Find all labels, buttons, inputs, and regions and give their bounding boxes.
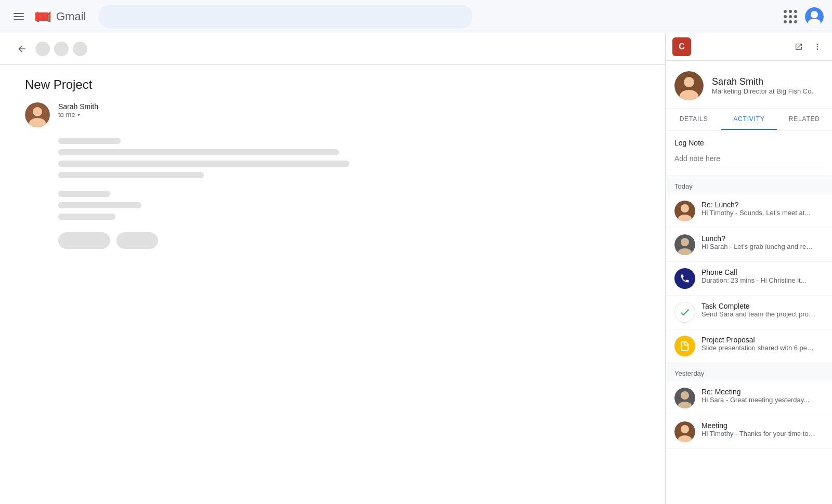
body-btn-skeleton-2 xyxy=(116,232,158,249)
activity-preview-relunch: Hi Timothy - Sounds. Let's meet at... xyxy=(701,209,810,217)
activity-avatar-meeting xyxy=(674,421,695,442)
body-skeleton-7 xyxy=(58,214,115,220)
svg-point-18 xyxy=(681,204,689,213)
activity-title-lunch: Lunch? xyxy=(701,234,816,243)
svg-point-13 xyxy=(817,48,818,50)
activity-title-meeting: Meeting xyxy=(701,421,816,430)
activity-title-task: Task Complete xyxy=(701,302,816,310)
chevron-down-icon: ▾ xyxy=(77,112,80,117)
svg-point-24 xyxy=(681,391,689,400)
menu-icon[interactable] xyxy=(8,6,29,27)
activity-avatar-task xyxy=(674,302,695,323)
contact-section: Sarah Smith Marketing Director at Big Fi… xyxy=(666,61,832,109)
log-note-section: Log Note xyxy=(666,130,832,176)
user-avatar-topbar[interactable] xyxy=(805,7,824,26)
back-button[interactable] xyxy=(12,39,31,58)
panel-tabs: DETAILS ACTIVITY RELATED xyxy=(666,109,832,130)
email-toolbar xyxy=(0,33,665,65)
sender-to[interactable]: to me ▾ xyxy=(58,111,98,118)
svg-point-27 xyxy=(681,425,689,433)
svg-point-21 xyxy=(681,238,689,246)
activity-item-remeeting[interactable]: Re: Meeting Hi Sara - Great meeting yest… xyxy=(666,381,832,415)
search-bar[interactable] xyxy=(98,5,473,29)
activity-text-meeting: Meeting Hi Timothy - Thanks for your tim… xyxy=(701,421,816,437)
activity-preview-phone: Duration: 23 mins - Hi Christine it... xyxy=(701,276,807,284)
svg-point-11 xyxy=(817,44,818,45)
activity-item-phonecall[interactable]: Phone Call Duration: 23 mins - Hi Christ… xyxy=(666,262,832,296)
gmail-logo: Gmail xyxy=(33,8,86,25)
activity-item-task[interactable]: Task Complete Send Sara and team the pro… xyxy=(666,296,832,329)
activity-avatar-remeeting xyxy=(674,388,695,408)
crm-app-icon[interactable]: C xyxy=(672,37,691,56)
contact-avatar xyxy=(674,71,704,100)
activity-preview-task: Send Sara and team the project prop... xyxy=(701,310,816,318)
activity-text-task: Task Complete Send Sara and team the pro… xyxy=(701,302,816,318)
activity-date-today: Today xyxy=(666,176,832,194)
tab-activity[interactable]: ACTIVITY xyxy=(721,109,776,130)
action-skeleton-2 xyxy=(54,42,69,56)
sender-info: Sarah Smith to me ▾ xyxy=(58,102,98,118)
body-skeleton-3 xyxy=(58,161,349,167)
activity-title-relunch: Re: Lunch? xyxy=(701,201,810,209)
contact-title: Marketing Director at Big Fish Co. xyxy=(712,87,813,95)
log-note-label: Log Note xyxy=(674,139,824,147)
activity-avatar-lunch xyxy=(674,234,695,255)
contact-name: Sarah Smith xyxy=(712,76,813,87)
more-options-icon[interactable] xyxy=(809,38,826,55)
body-skeleton-1 xyxy=(58,138,121,144)
sender-avatar xyxy=(25,102,50,127)
activity-preview-lunch: Hi Sarah - Let's grab lunchg and revi... xyxy=(701,243,816,250)
body-btn-skeleton-1 xyxy=(58,232,110,249)
activity-avatar-doc xyxy=(674,336,695,356)
topbar: Gmail xyxy=(0,0,832,33)
tab-related[interactable]: RELATED xyxy=(777,109,832,130)
main-area: New Project Sarah Smith to me ▾ xyxy=(0,33,832,504)
svg-rect-2 xyxy=(14,19,24,20)
email-subject: New Project xyxy=(25,77,640,92)
activity-text-remeeting: Re: Meeting Hi Sara - Great meeting yest… xyxy=(701,388,809,404)
svg-point-9 xyxy=(33,107,42,116)
activity-section: Today Re: Lunch? Hi Timothy - Sounds. Le… xyxy=(666,176,832,449)
svg-point-6 xyxy=(811,11,818,18)
email-header: Sarah Smith to me ▾ xyxy=(25,102,640,127)
email-content: New Project Sarah Smith to me ▾ xyxy=(0,65,665,261)
activity-item-relunch[interactable]: Re: Lunch? Hi Timothy - Sounds. Let's me… xyxy=(666,194,832,228)
activity-text-relunch: Re: Lunch? Hi Timothy - Sounds. Let's me… xyxy=(701,201,810,217)
email-body xyxy=(58,138,640,249)
activity-preview-remeeting: Hi Sara - Great meeting yesterday... xyxy=(701,396,809,404)
body-buttons xyxy=(58,232,640,249)
open-external-icon[interactable] xyxy=(790,38,807,55)
action-skeleton-3 xyxy=(73,42,87,56)
email-area: New Project Sarah Smith to me ▾ xyxy=(0,33,666,504)
body-skeleton-6 xyxy=(58,202,141,208)
activity-title-proposal: Project Proposal xyxy=(701,336,816,344)
side-panel: C Sarah Smith Marketing Director at Big … xyxy=(666,33,832,504)
sender-name: Sarah Smith xyxy=(58,102,98,111)
apps-grid-icon[interactable] xyxy=(780,6,801,27)
body-skeleton-2 xyxy=(58,149,339,155)
activity-item-lunch[interactable]: Lunch? Hi Sarah - Let's grab lunchg and … xyxy=(666,228,832,262)
activity-preview-proposal: Slide presentation shared with 6 people xyxy=(701,344,816,352)
activity-avatar-relunch xyxy=(674,201,695,221)
contact-info: Sarah Smith Marketing Director at Big Fi… xyxy=(712,76,813,95)
svg-rect-0 xyxy=(14,13,24,14)
svg-point-15 xyxy=(684,77,694,87)
activity-item-proposal[interactable]: Project Proposal Slide presentation shar… xyxy=(666,329,832,363)
panel-header-icons: C xyxy=(666,33,832,61)
activity-item-meeting[interactable]: Meeting Hi Timothy - Thanks for your tim… xyxy=(666,415,832,449)
activity-text-lunch: Lunch? Hi Sarah - Let's grab lunchg and … xyxy=(701,234,816,250)
activity-avatar-phone xyxy=(674,268,695,289)
svg-rect-1 xyxy=(14,16,24,17)
body-skeleton-4 xyxy=(58,172,204,178)
activity-text-proposal: Project Proposal Slide presentation shar… xyxy=(701,336,816,352)
activity-title-remeeting: Re: Meeting xyxy=(701,388,809,396)
tab-details[interactable]: DETAILS xyxy=(666,109,721,130)
activity-text-phone: Phone Call Duration: 23 mins - Hi Christ… xyxy=(701,268,807,284)
activity-title-phone: Phone Call xyxy=(701,268,807,276)
activity-preview-meeting: Hi Timothy - Thanks for your time tod... xyxy=(701,430,816,437)
gmail-app-name: Gmail xyxy=(56,10,86,23)
action-skeleton-1 xyxy=(35,42,50,56)
activity-date-yesterday: Yesterday xyxy=(666,363,832,381)
log-note-input[interactable] xyxy=(674,152,824,167)
svg-point-12 xyxy=(817,46,818,48)
